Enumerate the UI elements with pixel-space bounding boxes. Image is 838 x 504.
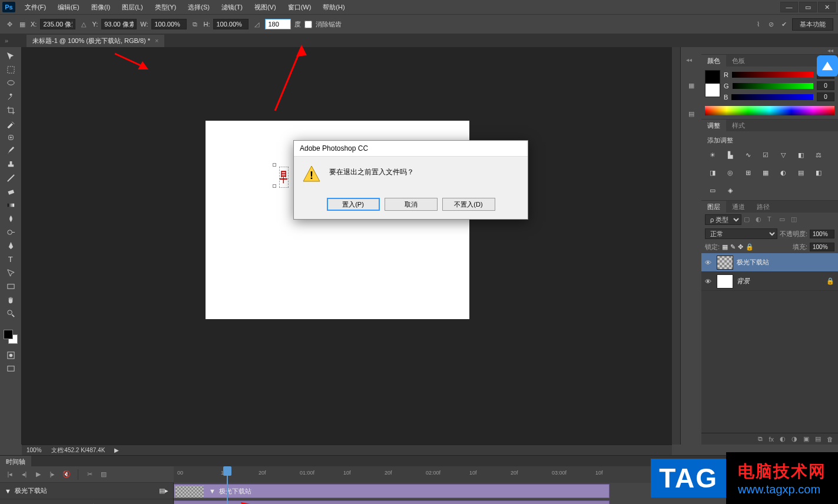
first-frame-icon[interactable]: |◂ [5, 469, 15, 480]
move-tool[interactable] [3, 49, 18, 62]
clip[interactable]: ▼ 极光下载站 [174, 484, 610, 498]
antialias-checkbox[interactable] [304, 21, 312, 28]
transition-icon[interactable]: ▨ [98, 469, 109, 480]
menu-filter[interactable]: 滤镜(T) [217, 1, 247, 14]
chevron-down-icon[interactable]: ▼ [5, 488, 11, 495]
g-input[interactable] [817, 81, 834, 90]
tab-layers[interactable]: 图层 [701, 201, 726, 213]
play-icon[interactable]: ▶ [33, 469, 44, 480]
posterize-icon[interactable]: ▤ [796, 167, 806, 178]
tab-channels[interactable]: 通道 [726, 201, 751, 213]
filter-image-icon[interactable]: ▢ [744, 215, 752, 224]
y-input[interactable] [101, 19, 137, 29]
hand-tool[interactable] [3, 293, 18, 306]
panel-collapse-toggle[interactable]: ◂◂ [686, 57, 697, 64]
prev-frame-icon[interactable]: ◂| [19, 469, 29, 480]
playhead[interactable] [223, 466, 231, 476]
link-layers-icon[interactable]: ⧉ [758, 435, 763, 443]
layer-name[interactable]: 极光下载站 [737, 258, 834, 267]
fg-bg-swatches[interactable] [4, 330, 18, 344]
blur-tool[interactable] [3, 212, 18, 225]
tab-timeline[interactable]: 时间轴 [0, 456, 31, 468]
panels-collapse[interactable]: ◂◂ [701, 47, 838, 54]
dodge-tool[interactable] [3, 226, 18, 238]
commit-transform-icon[interactable]: ✔ [779, 19, 789, 29]
history-panel-icon[interactable]: ▦ [685, 79, 698, 92]
threshold-icon[interactable]: ◧ [813, 167, 824, 178]
menu-file[interactable]: 文件(F) [20, 1, 51, 14]
tab-paths[interactable]: 路径 [751, 201, 776, 213]
dont-place-button[interactable]: 不置入(D) [442, 198, 495, 211]
color-preview[interactable] [705, 70, 720, 97]
placed-object[interactable]: 早 [279, 167, 289, 188]
tab-adjustments[interactable]: 调整 [701, 120, 726, 131]
tab-styles[interactable]: 样式 [726, 120, 751, 131]
track-header[interactable]: ▼ 极光下载站 ▤▸ [0, 483, 173, 499]
layer-row[interactable]: 👁 极光下载站 [701, 253, 838, 272]
magic-wand-tool[interactable] [3, 90, 18, 103]
assistant-badge-icon[interactable] [817, 55, 838, 77]
visibility-icon[interactable]: 👁 [705, 259, 713, 266]
menu-help[interactable]: 帮助(H) [318, 1, 349, 14]
cancel-button[interactable]: 取消 [385, 198, 438, 211]
minimize-button[interactable]: — [780, 2, 798, 12]
delete-layer-icon[interactable]: 🗑 [827, 436, 833, 443]
split-icon[interactable]: ✂ [84, 469, 95, 480]
menu-layer[interactable]: 图层(L) [117, 1, 147, 14]
layer-kind-select[interactable]: ρ 类型 [705, 214, 741, 225]
vibrance-icon[interactable]: ▽ [778, 150, 789, 160]
healing-tool[interactable] [3, 131, 18, 144]
vertical-scrollbar[interactable] [672, 47, 680, 445]
mask-icon[interactable]: ◐ [780, 435, 786, 443]
next-frame-icon[interactable]: |▸ [47, 469, 58, 480]
pen-tool[interactable] [3, 239, 18, 252]
filter-adjust-icon[interactable]: ◐ [756, 215, 764, 224]
h-input[interactable] [213, 19, 249, 29]
place-button[interactable]: 置入(P) [327, 198, 380, 211]
crop-tool[interactable] [3, 104, 18, 117]
lock-transparency-icon[interactable]: ▦ [722, 243, 728, 251]
adjustment-layer-icon[interactable]: ◑ [791, 435, 797, 443]
fg-color-swatch[interactable] [4, 330, 13, 339]
layer-thumb[interactable] [717, 274, 733, 289]
group-icon[interactable]: ▣ [803, 435, 809, 443]
b-input[interactable] [817, 92, 834, 101]
spectrum-strip[interactable] [705, 106, 834, 115]
blend-mode-select[interactable]: 正常 [705, 228, 777, 239]
new-layer-icon[interactable]: ▤ [815, 435, 821, 443]
r-slider[interactable] [732, 72, 813, 78]
workspace-select[interactable]: 基本功能 [792, 18, 833, 31]
gradient-map-icon[interactable]: ▭ [707, 185, 718, 195]
eyedropper-tool[interactable] [3, 117, 18, 130]
track-property-row[interactable]: ◷ 变换 [0, 499, 173, 504]
quick-mask-toggle[interactable] [3, 349, 18, 362]
layer-row[interactable]: 👁 背景 🔒 [701, 272, 838, 291]
cancel-transform-icon[interactable]: ⊘ [766, 19, 776, 29]
lasso-tool[interactable] [3, 77, 18, 89]
filter-shape-icon[interactable]: ▭ [779, 215, 787, 224]
path-select-tool[interactable] [3, 266, 18, 279]
clip-property-track[interactable] [174, 500, 610, 504]
screen-mode-toggle[interactable] [3, 362, 18, 375]
transform-handle[interactable] [273, 184, 276, 188]
w-input[interactable] [151, 19, 187, 29]
fill-input[interactable] [810, 243, 834, 251]
tab-swatches[interactable]: 色板 [726, 55, 751, 67]
menu-image[interactable]: 图像(I) [87, 1, 115, 14]
visibility-icon[interactable]: 👁 [705, 278, 713, 285]
doc-tab[interactable]: 未标题-1 @ 100% (极光下载站, RGB/8) * × [27, 35, 164, 47]
brightness-icon[interactable]: ☀ [707, 150, 718, 160]
filter-smart-icon[interactable]: ◫ [791, 215, 799, 224]
balance-icon[interactable]: ⚖ [813, 150, 824, 160]
gradient-tool[interactable] [3, 198, 18, 211]
track-options-icon[interactable]: ▤▸ [159, 487, 168, 495]
mute-icon[interactable]: 🔇 [61, 469, 72, 480]
history-brush-tool[interactable] [3, 171, 18, 184]
maximize-button[interactable]: ▭ [799, 2, 817, 12]
status-arrow-icon[interactable]: ▶ [114, 447, 119, 453]
brush-tool[interactable] [3, 144, 18, 157]
transform-handle[interactable] [273, 163, 276, 167]
stamp-tool[interactable] [3, 158, 18, 171]
exposure-icon[interactable]: ☑ [760, 150, 771, 160]
zoom-level[interactable]: 100% [27, 447, 42, 453]
